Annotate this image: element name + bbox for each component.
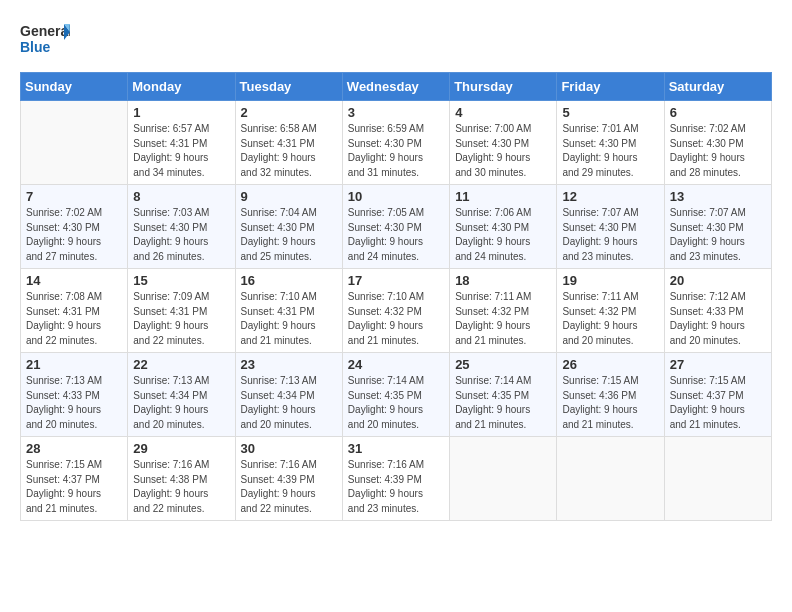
calendar-cell [21, 101, 128, 185]
day-info: Sunrise: 7:15 AMSunset: 4:37 PMDaylight:… [26, 458, 122, 516]
weekday-header-tuesday: Tuesday [235, 73, 342, 101]
day-number: 11 [455, 189, 551, 204]
logo-svg: General Blue [20, 20, 70, 62]
calendar-cell: 29Sunrise: 7:16 AMSunset: 4:38 PMDayligh… [128, 437, 235, 521]
calendar-cell: 17Sunrise: 7:10 AMSunset: 4:32 PMDayligh… [342, 269, 449, 353]
day-number: 24 [348, 357, 444, 372]
day-info: Sunrise: 7:02 AMSunset: 4:30 PMDaylight:… [26, 206, 122, 264]
svg-text:General: General [20, 23, 70, 39]
calendar-cell: 18Sunrise: 7:11 AMSunset: 4:32 PMDayligh… [450, 269, 557, 353]
calendar-cell: 28Sunrise: 7:15 AMSunset: 4:37 PMDayligh… [21, 437, 128, 521]
day-number: 15 [133, 273, 229, 288]
calendar-cell: 2Sunrise: 6:58 AMSunset: 4:31 PMDaylight… [235, 101, 342, 185]
day-info: Sunrise: 7:13 AMSunset: 4:34 PMDaylight:… [241, 374, 337, 432]
calendar-cell: 26Sunrise: 7:15 AMSunset: 4:36 PMDayligh… [557, 353, 664, 437]
day-info: Sunrise: 6:59 AMSunset: 4:30 PMDaylight:… [348, 122, 444, 180]
day-number: 4 [455, 105, 551, 120]
day-number: 16 [241, 273, 337, 288]
day-number: 1 [133, 105, 229, 120]
day-number: 9 [241, 189, 337, 204]
calendar-cell [557, 437, 664, 521]
day-number: 6 [670, 105, 766, 120]
calendar-cell: 10Sunrise: 7:05 AMSunset: 4:30 PMDayligh… [342, 185, 449, 269]
day-number: 5 [562, 105, 658, 120]
day-number: 27 [670, 357, 766, 372]
day-number: 28 [26, 441, 122, 456]
day-info: Sunrise: 7:15 AMSunset: 4:36 PMDaylight:… [562, 374, 658, 432]
day-number: 26 [562, 357, 658, 372]
page-header: General Blue [20, 20, 772, 62]
day-info: Sunrise: 7:04 AMSunset: 4:30 PMDaylight:… [241, 206, 337, 264]
day-number: 7 [26, 189, 122, 204]
calendar-cell: 4Sunrise: 7:00 AMSunset: 4:30 PMDaylight… [450, 101, 557, 185]
day-info: Sunrise: 6:57 AMSunset: 4:31 PMDaylight:… [133, 122, 229, 180]
weekday-header-wednesday: Wednesday [342, 73, 449, 101]
day-number: 22 [133, 357, 229, 372]
calendar-cell: 5Sunrise: 7:01 AMSunset: 4:30 PMDaylight… [557, 101, 664, 185]
calendar-cell: 21Sunrise: 7:13 AMSunset: 4:33 PMDayligh… [21, 353, 128, 437]
calendar-cell: 23Sunrise: 7:13 AMSunset: 4:34 PMDayligh… [235, 353, 342, 437]
day-info: Sunrise: 7:02 AMSunset: 4:30 PMDaylight:… [670, 122, 766, 180]
day-number: 8 [133, 189, 229, 204]
day-number: 17 [348, 273, 444, 288]
calendar-cell: 31Sunrise: 7:16 AMSunset: 4:39 PMDayligh… [342, 437, 449, 521]
day-info: Sunrise: 7:10 AMSunset: 4:31 PMDaylight:… [241, 290, 337, 348]
calendar-cell: 11Sunrise: 7:06 AMSunset: 4:30 PMDayligh… [450, 185, 557, 269]
day-info: Sunrise: 7:11 AMSunset: 4:32 PMDaylight:… [562, 290, 658, 348]
calendar-cell: 27Sunrise: 7:15 AMSunset: 4:37 PMDayligh… [664, 353, 771, 437]
calendar-table: SundayMondayTuesdayWednesdayThursdayFrid… [20, 72, 772, 521]
weekday-header-monday: Monday [128, 73, 235, 101]
calendar-week-1: 1Sunrise: 6:57 AMSunset: 4:31 PMDaylight… [21, 101, 772, 185]
day-number: 12 [562, 189, 658, 204]
day-number: 25 [455, 357, 551, 372]
calendar-cell: 13Sunrise: 7:07 AMSunset: 4:30 PMDayligh… [664, 185, 771, 269]
day-info: Sunrise: 7:01 AMSunset: 4:30 PMDaylight:… [562, 122, 658, 180]
weekday-header-friday: Friday [557, 73, 664, 101]
day-info: Sunrise: 7:16 AMSunset: 4:38 PMDaylight:… [133, 458, 229, 516]
day-info: Sunrise: 7:10 AMSunset: 4:32 PMDaylight:… [348, 290, 444, 348]
day-number: 23 [241, 357, 337, 372]
day-number: 14 [26, 273, 122, 288]
day-number: 30 [241, 441, 337, 456]
calendar-cell: 24Sunrise: 7:14 AMSunset: 4:35 PMDayligh… [342, 353, 449, 437]
day-info: Sunrise: 7:08 AMSunset: 4:31 PMDaylight:… [26, 290, 122, 348]
day-info: Sunrise: 7:15 AMSunset: 4:37 PMDaylight:… [670, 374, 766, 432]
calendar-cell: 14Sunrise: 7:08 AMSunset: 4:31 PMDayligh… [21, 269, 128, 353]
calendar-cell: 19Sunrise: 7:11 AMSunset: 4:32 PMDayligh… [557, 269, 664, 353]
day-info: Sunrise: 7:07 AMSunset: 4:30 PMDaylight:… [562, 206, 658, 264]
day-number: 19 [562, 273, 658, 288]
day-info: Sunrise: 7:06 AMSunset: 4:30 PMDaylight:… [455, 206, 551, 264]
day-info: Sunrise: 7:13 AMSunset: 4:34 PMDaylight:… [133, 374, 229, 432]
day-number: 21 [26, 357, 122, 372]
day-number: 10 [348, 189, 444, 204]
day-info: Sunrise: 7:12 AMSunset: 4:33 PMDaylight:… [670, 290, 766, 348]
day-info: Sunrise: 7:05 AMSunset: 4:30 PMDaylight:… [348, 206, 444, 264]
day-number: 13 [670, 189, 766, 204]
calendar-cell [664, 437, 771, 521]
calendar-week-5: 28Sunrise: 7:15 AMSunset: 4:37 PMDayligh… [21, 437, 772, 521]
calendar-week-3: 14Sunrise: 7:08 AMSunset: 4:31 PMDayligh… [21, 269, 772, 353]
day-info: Sunrise: 7:14 AMSunset: 4:35 PMDaylight:… [348, 374, 444, 432]
calendar-cell: 1Sunrise: 6:57 AMSunset: 4:31 PMDaylight… [128, 101, 235, 185]
day-number: 29 [133, 441, 229, 456]
calendar-cell: 7Sunrise: 7:02 AMSunset: 4:30 PMDaylight… [21, 185, 128, 269]
calendar-cell: 6Sunrise: 7:02 AMSunset: 4:30 PMDaylight… [664, 101, 771, 185]
weekday-header-saturday: Saturday [664, 73, 771, 101]
calendar-cell: 9Sunrise: 7:04 AMSunset: 4:30 PMDaylight… [235, 185, 342, 269]
calendar-cell: 25Sunrise: 7:14 AMSunset: 4:35 PMDayligh… [450, 353, 557, 437]
calendar-cell: 3Sunrise: 6:59 AMSunset: 4:30 PMDaylight… [342, 101, 449, 185]
day-info: Sunrise: 7:07 AMSunset: 4:30 PMDaylight:… [670, 206, 766, 264]
calendar-cell: 16Sunrise: 7:10 AMSunset: 4:31 PMDayligh… [235, 269, 342, 353]
day-info: Sunrise: 7:16 AMSunset: 4:39 PMDaylight:… [348, 458, 444, 516]
calendar-cell: 15Sunrise: 7:09 AMSunset: 4:31 PMDayligh… [128, 269, 235, 353]
svg-text:Blue: Blue [20, 39, 51, 55]
calendar-cell: 12Sunrise: 7:07 AMSunset: 4:30 PMDayligh… [557, 185, 664, 269]
day-info: Sunrise: 7:14 AMSunset: 4:35 PMDaylight:… [455, 374, 551, 432]
calendar-week-4: 21Sunrise: 7:13 AMSunset: 4:33 PMDayligh… [21, 353, 772, 437]
day-info: Sunrise: 7:09 AMSunset: 4:31 PMDaylight:… [133, 290, 229, 348]
calendar-cell [450, 437, 557, 521]
calendar-cell: 20Sunrise: 7:12 AMSunset: 4:33 PMDayligh… [664, 269, 771, 353]
calendar-cell: 30Sunrise: 7:16 AMSunset: 4:39 PMDayligh… [235, 437, 342, 521]
day-info: Sunrise: 7:16 AMSunset: 4:39 PMDaylight:… [241, 458, 337, 516]
calendar-cell: 22Sunrise: 7:13 AMSunset: 4:34 PMDayligh… [128, 353, 235, 437]
